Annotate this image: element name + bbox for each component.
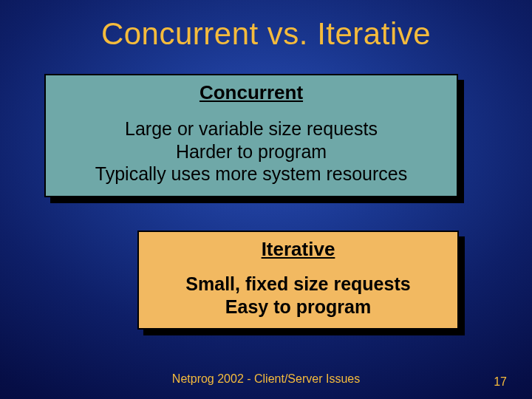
concurrent-line-3: Typically uses more system resources: [55, 163, 448, 185]
iterative-heading: Iterative: [148, 238, 449, 261]
iterative-line-2: Easy to program: [148, 296, 449, 318]
slide-title: Concurrent vs. Iterative: [0, 0, 532, 52]
concurrent-line-2: Harder to program: [55, 140, 448, 163]
concurrent-heading: Concurrent: [55, 81, 448, 104]
concurrent-panel: Concurrent Large or variable size reques…: [44, 74, 458, 197]
iterative-panel: Iterative Small, fixed size requests Eas…: [137, 231, 459, 330]
footer: Netprog 2002 - Client/Server Issues 17: [0, 372, 532, 389]
page-number: 17: [494, 375, 507, 389]
footer-text: Netprog 2002 - Client/Server Issues: [0, 372, 532, 386]
panel-body: Concurrent Large or variable size reques…: [44, 74, 458, 197]
panel-body: Iterative Small, fixed size requests Eas…: [137, 231, 459, 330]
concurrent-line-1: Large or variable size requests: [55, 117, 448, 140]
slide: Concurrent vs. Iterative Concurrent Larg…: [0, 0, 532, 399]
iterative-line-1: Small, fixed size requests: [148, 273, 449, 296]
